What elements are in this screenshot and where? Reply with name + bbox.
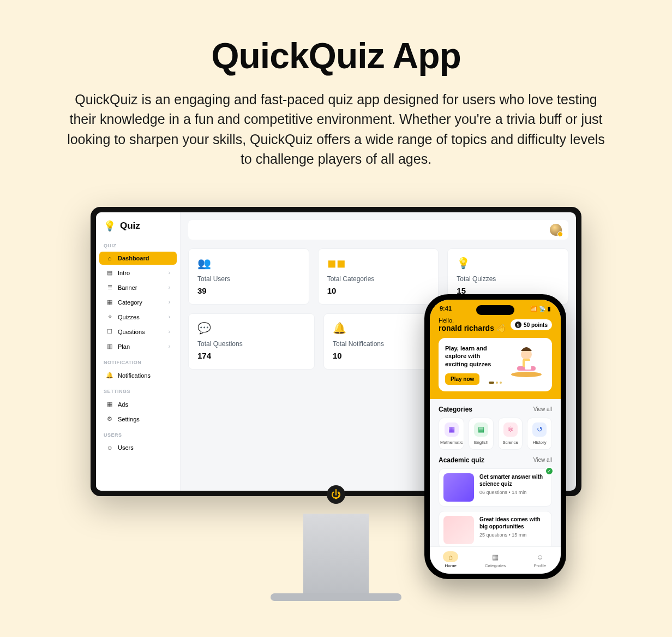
stat-label: Total Questions (197, 340, 305, 348)
category-card-science[interactable]: ⚛Science (498, 418, 523, 450)
tab-profile[interactable]: ☺Profile (532, 551, 548, 568)
wifi-icon: 📡 (539, 306, 545, 312)
power-button-icon: ⏻ (327, 485, 345, 504)
avatar[interactable] (550, 224, 562, 236)
stat-card-questions: 💬 Total Questions 174 (188, 313, 315, 370)
chevron-right-icon: › (169, 270, 170, 276)
play-now-button[interactable]: Play now (445, 373, 479, 385)
sidebar-item-ads[interactable]: ▦Ads (99, 397, 177, 411)
svg-point-0 (511, 372, 542, 377)
sidebar-item-settings[interactable]: ⚙Settings (99, 412, 177, 426)
profile-icon: ☺ (532, 551, 548, 562)
tab-label: Categories (485, 563, 506, 568)
grid-icon: ▦ (106, 299, 113, 306)
bell-icon: 🔔 (106, 372, 113, 379)
stat-value: 174 (197, 351, 305, 360)
category-label: Science (500, 440, 521, 445)
sidebar-item-label: Banner (118, 284, 137, 291)
banner-icon: ≣ (106, 284, 113, 291)
bulb-icon: 💡 (457, 257, 559, 270)
category-label: History (529, 440, 550, 445)
tab-home[interactable]: ⌂Home (443, 551, 458, 568)
grid-icon: ◼◼ (327, 257, 430, 270)
grid-icon: ▦ (488, 551, 503, 562)
greeting-label: Hello, (439, 317, 506, 324)
sidebar-item-quizzes[interactable]: ✧Quizzes› (99, 310, 177, 324)
svg-rect-4 (525, 361, 531, 370)
quiz-thumb (443, 516, 474, 544)
tab-label: Profile (533, 563, 546, 568)
section-label-settings: SETTINGS (96, 383, 180, 396)
categories-header: Categories (439, 406, 472, 413)
sidebar-item-label: Users (118, 444, 134, 451)
tab-categories[interactable]: ▦Categories (485, 551, 506, 568)
stat-value: 39 (197, 286, 300, 295)
sidebar-item-label: Plan (118, 343, 130, 350)
quiz-item[interactable]: Great ideas comes with big opportunities… (439, 511, 552, 549)
sidebar-item-dashboard[interactable]: ⌂Dashboard (99, 252, 177, 265)
view-all-link[interactable]: View all (533, 406, 552, 412)
sidebar-item-banner[interactable]: ≣Banner› (99, 281, 177, 294)
category-card-english[interactable]: ▤English (469, 418, 494, 450)
sidebar-item-intro[interactable]: ▤Intro› (99, 266, 177, 279)
chevron-right-icon: › (169, 299, 170, 305)
stat-label: Total Categories (327, 275, 430, 283)
status-time: 9:41 (440, 305, 452, 312)
stat-label: Total Quizzes (457, 275, 559, 283)
stat-card-categories: ◼◼ Total Categories 10 (318, 248, 439, 305)
stat-card-users: 👥 Total Users 39 (188, 248, 309, 305)
sidebar-item-category[interactable]: ▦Category› (99, 295, 177, 309)
home-icon: ⌂ (106, 255, 113, 261)
question-icon: ☐ (106, 328, 113, 335)
home-icon: ⌂ (443, 551, 458, 562)
bulb-icon: 💡 (104, 220, 116, 232)
chevron-right-icon: › (169, 284, 170, 290)
tab-label: Home (445, 563, 457, 568)
ads-icon: ▦ (106, 401, 113, 408)
plan-icon: ▥ (106, 343, 113, 350)
quiz-title: Get smarter answer with science quiz (479, 473, 547, 487)
stat-label: Total Users (197, 275, 300, 283)
check-icon: ✓ (545, 467, 554, 475)
category-card-history[interactable]: ↺History (527, 418, 552, 450)
category-card-math[interactable]: ▦Mathematic (439, 418, 464, 450)
sidebar-item-notifications[interactable]: 🔔Notifications (99, 368, 177, 382)
tab-bar: ⌂Home ▦Categories ☺Profile (430, 546, 561, 574)
sidebar-item-label: Quizzes (118, 314, 140, 320)
phone-mockup: 9:41 📶📡▮ Hello, ronald richards👋 $50 poi… (424, 294, 566, 579)
quiz-item[interactable]: Get smarter answer with science quiz06 q… (439, 468, 552, 507)
view-all-link[interactable]: View all (533, 457, 552, 463)
sidebar-item-label: Intro (118, 270, 130, 276)
academic-header: Academic quiz (439, 456, 484, 464)
sidebar-item-users[interactable]: ☺Users (99, 441, 177, 454)
topbar (188, 220, 568, 240)
points-label: 50 points (524, 322, 548, 328)
promo-title: Play, learn and explore with exciting qu… (445, 344, 503, 368)
doc-icon: ▤ (106, 269, 113, 276)
history-icon: ↺ (532, 422, 547, 437)
signal-icon: 📶 (530, 306, 537, 312)
coin-icon: $ (515, 322, 521, 328)
promo-illustration (507, 344, 545, 377)
chat-icon: 💬 (197, 322, 305, 335)
sidebar-item-label: Category (118, 299, 142, 306)
page-subtitle: QuickQuiz is an engaging and fast-paced … (61, 90, 611, 169)
section-label-users: USERS (96, 427, 180, 440)
sidebar-item-label: Dashboard (118, 255, 149, 261)
sidebar-item-label: Notifications (118, 372, 151, 379)
users-icon: ☺ (106, 444, 113, 451)
gear-icon: ⚙ (106, 415, 113, 422)
sidebar-item-label: Settings (118, 416, 140, 422)
science-icon: ⚛ (503, 422, 518, 437)
math-icon: ▦ (445, 422, 459, 437)
quiz-thumb (443, 473, 474, 502)
sidebar-item-plan[interactable]: ▥Plan› (99, 340, 177, 353)
sidebar-item-label: Questions (118, 329, 145, 335)
sidebar-item-questions[interactable]: ☐Questions› (99, 325, 177, 338)
username: ronald richards👋 (439, 324, 506, 332)
category-label: English (470, 440, 492, 445)
section-label-quiz: QUIZ (96, 237, 180, 251)
english-icon: ▤ (474, 422, 488, 437)
points-chip[interactable]: $50 points (511, 319, 552, 330)
chevron-right-icon: › (169, 329, 170, 335)
